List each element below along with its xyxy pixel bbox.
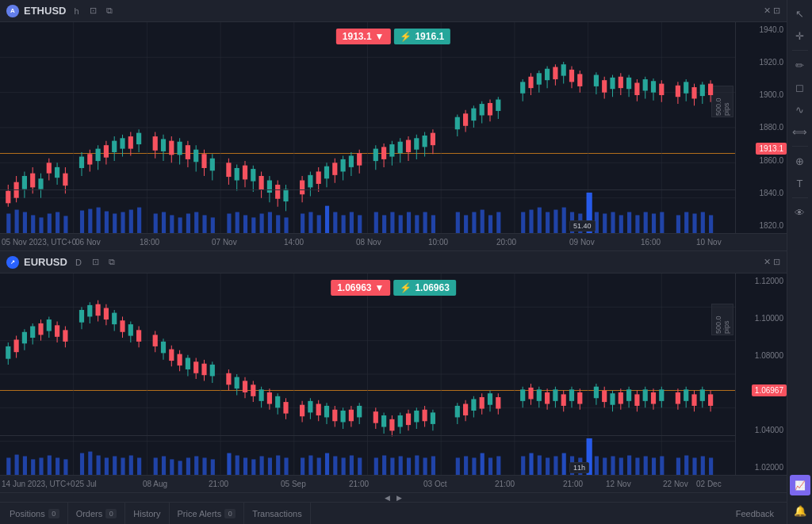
text-tool-button[interactable]: T	[790, 173, 810, 193]
fibonacci-tool-button[interactable]: ∿	[790, 99, 810, 120]
tab-orders-label: Orders	[76, 509, 103, 518]
eye-tool-button[interactable]: 👁	[790, 202, 810, 223]
chart1-close-icon[interactable]: ✕ ⊡	[764, 6, 780, 16]
svg-rect-236	[652, 213, 656, 233]
pencil-tool-button[interactable]: ✏	[790, 55, 810, 75]
notifications-button[interactable]: 🔔	[790, 500, 810, 521]
svg-rect-222	[538, 208, 542, 233]
svg-rect-318	[275, 396, 280, 408]
measure-tool-button[interactable]: ⟺	[790, 121, 810, 142]
price-label: 1860.0	[736, 156, 787, 165]
time-label: 21:00	[495, 480, 515, 488]
svg-rect-455	[423, 457, 427, 475]
svg-rect-262	[22, 332, 27, 344]
svg-rect-451	[390, 457, 394, 475]
time-label: 25 Jul	[75, 480, 97, 488]
svg-rect-296	[178, 354, 182, 366]
svg-rect-472	[595, 456, 599, 475]
svg-rect-159	[684, 82, 688, 93]
svg-rect-166	[6, 213, 10, 233]
svg-rect-170	[39, 217, 43, 233]
tab-transactions[interactable]: Transactions	[244, 503, 311, 524]
svg-rect-382	[594, 387, 599, 399]
svg-rect-169	[31, 215, 35, 233]
svg-rect-481	[676, 457, 680, 475]
svg-rect-165	[708, 84, 713, 95]
tab-orders-badge: 0	[105, 509, 117, 518]
svg-rect-419	[97, 456, 101, 476]
svg-rect-435	[243, 457, 247, 475]
svg-rect-194	[260, 213, 264, 233]
scroll-left-icon[interactable]: ◀	[385, 494, 390, 502]
svg-rect-478	[644, 456, 648, 475]
tab-history[interactable]: History	[125, 503, 169, 524]
chart-panel-2: ↗ EURUSD D ⊡ ⧉ ✕ ⊡ 1.06963 ▼ ⚡ 1.06963	[0, 251, 787, 502]
svg-rect-302	[201, 364, 206, 376]
tab-orders[interactable]: Orders 0	[68, 503, 126, 524]
svg-rect-477	[635, 457, 639, 475]
svg-rect-418	[88, 452, 92, 475]
tab-positions-label: Positions	[10, 509, 45, 518]
chart2-expand-icon[interactable]: ⊡	[90, 255, 102, 269]
shapes-tool-button[interactable]: ◻	[790, 77, 810, 98]
svg-rect-338	[373, 411, 378, 423]
feedback-button[interactable]: Feedback	[730, 509, 780, 518]
svg-rect-434	[236, 456, 239, 476]
svg-rect-458	[464, 456, 468, 475]
svg-rect-33	[87, 154, 92, 164]
svg-rect-340	[381, 415, 386, 427]
svg-rect-83	[316, 171, 321, 184]
svg-rect-460	[481, 453, 485, 475]
scroll-right-icon[interactable]: ▶	[396, 494, 402, 502]
svg-rect-41	[120, 138, 124, 148]
time-label: 05 Nov 2023, UTC+0	[2, 238, 76, 247]
svg-rect-334	[349, 410, 354, 422]
svg-rect-394	[643, 389, 648, 401]
svg-rect-235	[644, 212, 648, 233]
chart1-copy-icon[interactable]: ⧉	[104, 4, 115, 17]
eur-icon: ↗	[6, 256, 19, 269]
svg-rect-157	[676, 86, 680, 97]
tab-price-alerts[interactable]: Price Alerts 0	[170, 503, 245, 524]
svg-rect-423	[129, 456, 133, 476]
svg-rect-113	[463, 113, 468, 126]
svg-rect-59	[201, 154, 206, 168]
svg-rect-161	[691, 87, 696, 98]
trading-panel-button[interactable]: 📈	[790, 475, 810, 495]
svg-rect-185	[178, 217, 182, 233]
svg-rect-175	[88, 209, 92, 233]
svg-rect-456	[431, 456, 435, 475]
svg-rect-57	[193, 150, 198, 163]
svg-rect-168	[23, 212, 27, 233]
chart1-expand-icon[interactable]: ⊡	[87, 4, 99, 17]
chart2-timeframe[interactable]: D	[72, 256, 85, 269]
svg-rect-310	[243, 381, 247, 392]
svg-rect-427	[170, 459, 174, 475]
zoom-tool-button[interactable]: ⊕	[790, 151, 810, 171]
svg-rect-206	[374, 212, 378, 233]
chart2-close-icon[interactable]: ✕ ⊡	[764, 257, 780, 267]
svg-rect-278	[96, 304, 101, 316]
time-label: 08 Nov	[356, 238, 381, 247]
price-label: 1840.0	[736, 189, 787, 197]
svg-rect-234	[635, 215, 639, 233]
crosshair-tool-button[interactable]: ✛	[790, 25, 810, 46]
svg-rect-284	[120, 320, 124, 332]
svg-rect-89	[341, 159, 346, 172]
tab-positions[interactable]: Positions 0	[6, 503, 68, 524]
svg-rect-202	[333, 212, 337, 233]
cursor-tool-button[interactable]: ↖	[790, 3, 810, 24]
chart1-price-scale: 1940.0 1920.0 1900.0 1880.0 1860.0 1840.…	[735, 22, 787, 233]
chart1-timeframe[interactable]: h	[71, 5, 82, 17]
chart2-copy-icon[interactable]: ⧉	[106, 255, 117, 269]
time-label: 07 Nov	[212, 238, 237, 247]
chart2-body: 1.06963 ▼ ⚡ 1.06963 500.0 pips	[0, 273, 787, 475]
svg-rect-439	[276, 456, 280, 476]
tab-price-alerts-badge: 0	[224, 509, 236, 518]
svg-rect-348	[414, 411, 419, 423]
svg-rect-358	[471, 399, 476, 411]
svg-rect-121	[496, 100, 500, 111]
svg-rect-141	[602, 80, 607, 93]
svg-rect-288	[136, 330, 141, 342]
svg-rect-201	[325, 206, 329, 233]
